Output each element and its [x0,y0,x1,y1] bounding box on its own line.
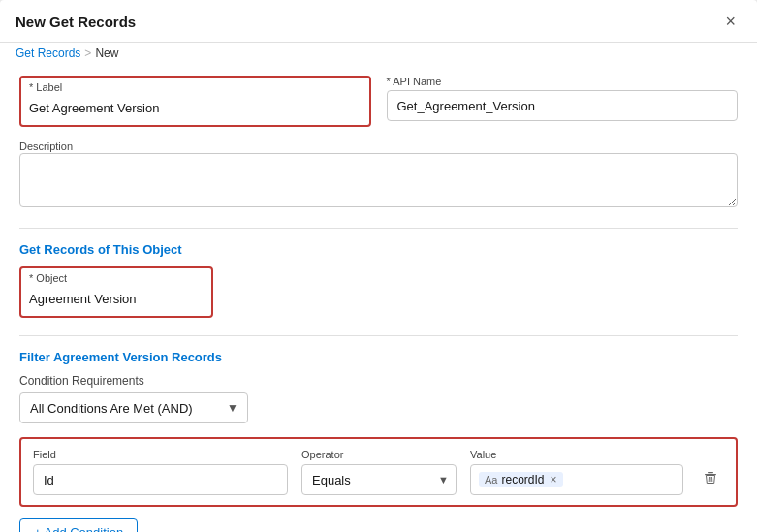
label-field-label: * Label [29,81,362,93]
trash-icon [703,470,718,485]
condition-row: Field Operator Equals Not Equal To Conta… [19,437,738,507]
api-name-label: * API Name [387,76,739,87]
modal-title: New Get Records [16,14,136,30]
api-name-field-group: * API Name [387,76,739,127]
label-api-row: * Label * API Name [19,76,738,127]
condition-value-input[interactable]: Aa recordId × [470,464,683,495]
filter-section: Filter Agreement Version Records Conditi… [19,350,738,532]
value-tag-text: recordId [501,473,544,486]
breadcrumb: Get Records > New [0,43,757,60]
svg-rect-1 [708,472,713,473]
condition-field-label: Field [33,449,288,460]
object-section-title: Get Records of This Object [19,242,738,257]
condition-requirements-select-wrapper: All Conditions Are Met (AND) Any Conditi… [19,392,248,423]
condition-operator-col: Operator Equals Not Equal To Contains Do… [301,449,457,495]
divider-1 [19,228,738,229]
label-field-group: * Label [19,76,371,127]
condition-value-col: Value Aa recordId × [470,449,683,495]
condition-operator-select-wrapper: Equals Not Equal To Contains Does Not Co… [301,464,457,495]
object-section: Get Records of This Object * Object [19,242,738,318]
object-input[interactable] [29,287,204,310]
condition-field-input[interactable] [33,464,288,495]
divider-2 [19,335,738,336]
value-tag-type-icon: Aa [485,474,497,485]
close-button[interactable]: × [719,10,741,34]
add-condition-label: + Add Condition [34,525,123,532]
description-textarea[interactable] [19,153,738,207]
modal-body: * Label * API Name Description Get Recor… [0,60,757,532]
label-input[interactable] [29,96,362,119]
condition-operator-select[interactable]: Equals Not Equal To Contains Does Not Co… [301,464,457,495]
condition-requirements-label: Condition Requirements [19,374,738,388]
object-field-label: * Object [29,272,204,284]
condition-value-label: Value [470,449,683,460]
add-condition-button[interactable]: + Add Condition [19,518,138,532]
breadcrumb-separator: > [84,47,91,60]
object-field-group: * Object [19,266,213,318]
delete-condition-button[interactable] [697,466,724,493]
value-tag-close-icon[interactable]: × [551,473,557,486]
breadcrumb-current: New [95,47,118,60]
modal-header: New Get Records × [0,0,757,43]
condition-requirements-select[interactable]: All Conditions Are Met (AND) Any Conditi… [19,392,248,423]
description-label: Description [19,141,73,152]
modal-container: New Get Records × Get Records > New * La… [0,0,757,532]
api-name-input[interactable] [387,90,739,121]
description-section: Description [19,139,738,210]
condition-requirements-group: Condition Requirements All Conditions Ar… [19,374,738,423]
value-tag: Aa recordId × [479,472,563,487]
condition-operator-label: Operator [301,449,457,460]
condition-field-col: Field [33,449,288,495]
filter-section-title: Filter Agreement Version Records [19,350,738,364]
breadcrumb-parent[interactable]: Get Records [16,47,80,60]
